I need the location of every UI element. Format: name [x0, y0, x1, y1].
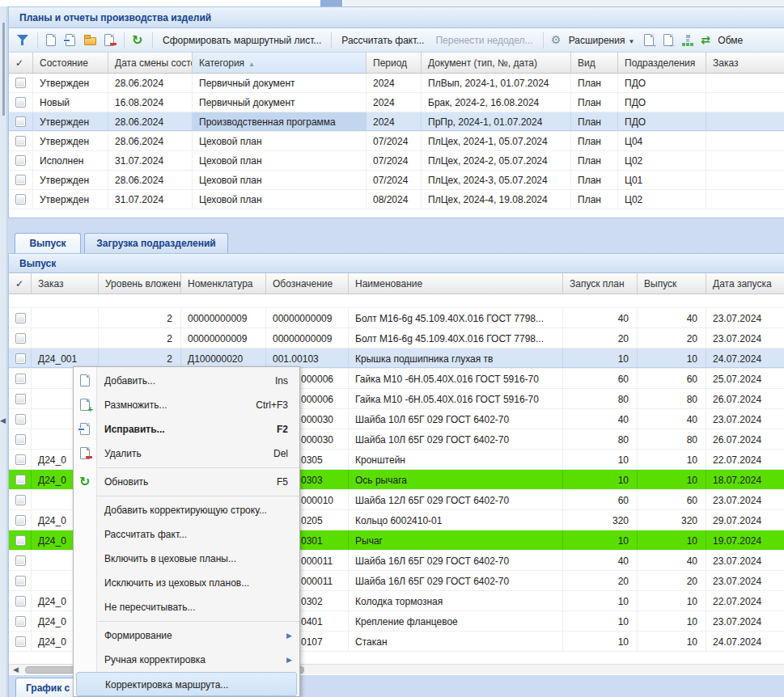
open-folder-icon[interactable]	[83, 33, 98, 48]
add-document-icon[interactable]	[44, 33, 59, 48]
menu-item[interactable]: Не пересчитывать...	[74, 595, 299, 619]
cell-state: Утвержден	[33, 74, 108, 92]
menu-item[interactable]: Размножить...Ctrl+F3	[74, 393, 299, 417]
format-route-list-button[interactable]: Сформировать маршрутный лист...	[163, 35, 321, 46]
menu-item[interactable]: УдалитьDel	[74, 441, 299, 466]
row-checkbox[interactable]	[15, 454, 26, 465]
menu-item[interactable]: Добавить...Ins	[74, 369, 299, 393]
row-checkbox[interactable]	[15, 495, 26, 505]
column-header-3[interactable]: Период	[367, 53, 422, 73]
cell-order	[706, 93, 784, 112]
menu-item[interactable]: Включить в цеховые планы...	[74, 547, 299, 571]
menu-item[interactable]: Исправить...F2	[74, 417, 299, 441]
cell-plan: 20	[563, 328, 638, 348]
row-checkbox[interactable]	[15, 78, 26, 88]
row-checkbox[interactable]	[15, 616, 26, 627]
collapse-arrow-icon[interactable]: ◀	[0, 416, 6, 425]
menu-item[interactable]: ОбновитьF5	[74, 470, 299, 494]
org-chart-icon[interactable]	[681, 33, 696, 48]
sort-asc-icon: ▲	[248, 61, 255, 68]
row-checkbox[interactable]	[15, 136, 26, 146]
row-checkbox[interactable]	[15, 596, 26, 606]
table-row[interactable]: Утвержден31.07.2024Цеховой план08/2024Пл…	[9, 190, 784, 209]
cell-dept: Ц01	[618, 171, 706, 189]
row-checkbox[interactable]	[15, 333, 26, 344]
column-header-7[interactable]: Дата запуска	[706, 273, 784, 294]
table-row[interactable]: 20000000000900000000009Болт М16-6g 45.10…	[9, 328, 784, 348]
row-checkbox[interactable]	[15, 97, 26, 108]
row-checkbox[interactable]	[15, 555, 26, 566]
extensions-button[interactable]: Расширения▼	[569, 35, 635, 46]
cell-doc: ПлЦех, 2024-1, 05.07.2024	[422, 132, 571, 150]
delete-document-icon[interactable]	[103, 33, 117, 48]
row-checkbox[interactable]	[15, 414, 26, 425]
table-row[interactable]: Утвержден28.06.2024Первичный документ202…	[9, 74, 784, 93]
table-row[interactable]: Новый16.08.2024Первичный документ2024Бра…	[9, 93, 784, 112]
row-checkbox[interactable]	[15, 313, 26, 323]
exchange-icon[interactable]	[701, 33, 715, 48]
row-checkbox[interactable]	[15, 434, 26, 445]
menu-item[interactable]: Ручная корректировка▶	[74, 648, 299, 672]
row-checkbox[interactable]	[15, 535, 26, 546]
cell-date: 19.07.2024	[706, 530, 784, 550]
cell-order	[706, 112, 784, 131]
column-header-6[interactable]: Подразделения	[618, 53, 706, 73]
cell-period: 08/2024	[367, 190, 422, 209]
row-checkbox[interactable]	[15, 576, 26, 586]
table-row[interactable]: Исполнен31.07.2024Цеховой план07/2024ПлЦ…	[9, 151, 784, 171]
menu-item[interactable]: Корректировка маршрута...	[76, 672, 297, 696]
column-header-0[interactable]: Состояние	[33, 53, 108, 73]
row-checkbox[interactable]	[15, 636, 26, 647]
window-top-remnant	[0, 0, 784, 6]
clipped-row[interactable]	[9, 294, 784, 308]
scroll-left-icon[interactable]: ◀	[13, 665, 19, 674]
menu-item[interactable]: Рассчитать факт...	[74, 522, 299, 547]
row-checkbox[interactable]	[15, 374, 26, 384]
import-document-icon[interactable]	[662, 33, 676, 48]
check-column-header[interactable]: ✓	[9, 273, 32, 294]
cell-state: Исполнен	[33, 151, 108, 170]
tab-zagruzka-podrazdeleniy[interactable]: Загрузка подразделений	[84, 233, 228, 253]
column-header-7[interactable]: Заказ	[706, 53, 784, 73]
calc-fact-button[interactable]: Рассчитать факт...	[341, 35, 424, 46]
column-header-3[interactable]: Обозначение	[266, 273, 349, 294]
cell-plan: 40	[563, 308, 638, 327]
filter-icon[interactable]	[16, 33, 31, 48]
table-row[interactable]: Утвержден28.06.2024Цеховой план07/2024Пл…	[9, 132, 784, 151]
gear-document-icon[interactable]	[550, 33, 565, 48]
row-checkbox[interactable]	[15, 116, 26, 127]
row-checkbox[interactable]	[15, 515, 26, 526]
column-header-5[interactable]: Запуск план	[563, 273, 638, 294]
table-row[interactable]: Утвержден28.06.2024Цеховой план07/2024Пл…	[9, 171, 784, 190]
check-column-header[interactable]: ✓	[9, 53, 33, 73]
export-document-icon[interactable]	[642, 33, 657, 48]
row-checkbox[interactable]	[15, 475, 26, 485]
exchange-button[interactable]: Обме	[718, 35, 743, 46]
column-header-5[interactable]: Вид	[571, 53, 618, 73]
column-header-1[interactable]: Уровень вложенн	[99, 273, 181, 294]
row-checkbox[interactable]	[15, 353, 26, 364]
column-header-6[interactable]: Выпуск	[638, 273, 706, 294]
column-header-0[interactable]: Заказ	[32, 273, 99, 294]
column-header-2[interactable]: Номенклатура	[181, 273, 266, 294]
menu-item-label: Корректировка маршрута...	[105, 679, 228, 691]
collapsed-left-splitter[interactable]: ◀	[0, 6, 7, 697]
row-checkbox[interactable]	[15, 194, 26, 205]
menu-item[interactable]: Добавить корректирующую строку...	[74, 498, 299, 522]
menu-item[interactable]: Формирование▶	[74, 623, 299, 648]
column-header-4[interactable]: Наименование	[349, 273, 563, 294]
row-checkbox[interactable]	[15, 175, 26, 185]
table-row[interactable]: 20000000000900000000009Болт М16-6g 45.10…	[9, 308, 784, 328]
row-checkbox[interactable]	[15, 155, 26, 166]
refresh-icon[interactable]	[131, 33, 146, 48]
column-header-4[interactable]: Документ (тип, №, дата)	[422, 53, 571, 73]
column-header-2[interactable]: Категория▲	[193, 53, 367, 73]
menu-item[interactable]: Исключить из цеховых планов...	[74, 571, 299, 595]
cell-plan: 10	[563, 348, 638, 368]
tab-vypusk[interactable]: Выпуск	[15, 233, 81, 253]
table-row[interactable]: Утвержден28.06.2024Производственная прог…	[9, 112, 784, 132]
edit-document-icon[interactable]	[64, 33, 78, 48]
column-header-1[interactable]: Дата смены состо	[108, 53, 193, 73]
row-checkbox[interactable]	[15, 394, 26, 404]
menu-item-label: Удалить	[104, 448, 142, 459]
